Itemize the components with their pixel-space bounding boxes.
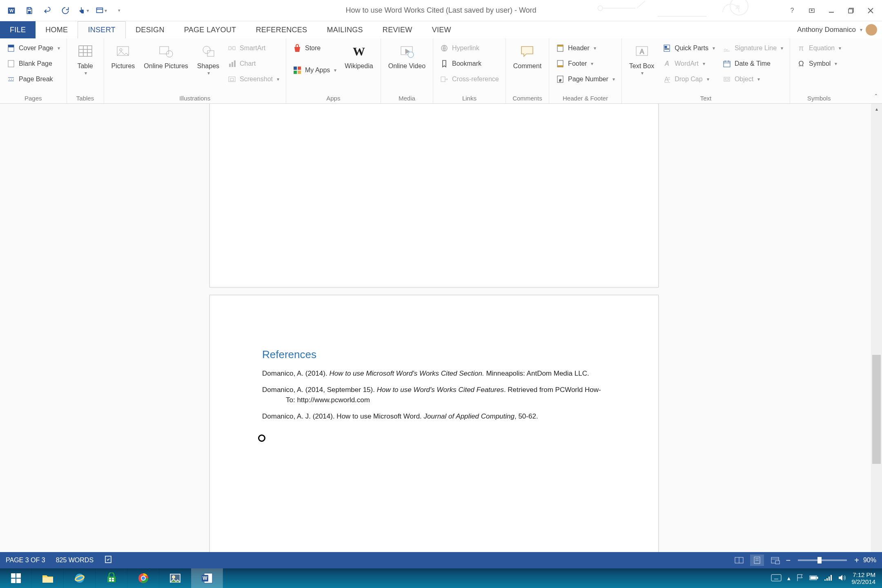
help-icon[interactable]: ? (784, 4, 800, 17)
tab-home[interactable]: HOME (36, 21, 78, 38)
collapse-ribbon-icon[interactable]: ˆ (875, 94, 877, 101)
undo-icon[interactable] (41, 4, 54, 17)
tray-up-icon[interactable]: ▴ (787, 575, 791, 582)
zoom-slider[interactable] (798, 559, 847, 561)
spell-check-icon[interactable] (104, 555, 113, 566)
online-video-button[interactable]: Online Video (385, 41, 429, 72)
svg-rect-99 (811, 577, 816, 579)
zoom-level[interactable]: 90% (863, 557, 876, 564)
cursor-marker (258, 434, 265, 442)
cross-reference-button[interactable]: Cross-reference (437, 72, 501, 87)
word-icon[interactable]: W (5, 4, 18, 17)
screenshot-label: Screenshot (240, 76, 273, 83)
start-button[interactable] (0, 568, 32, 588)
word-taskbar-icon[interactable]: W (191, 568, 223, 588)
screenshot-button[interactable]: Screenshot▾ (225, 72, 282, 87)
window-layout-icon[interactable]: ▾ (95, 4, 108, 17)
ribbon-display-icon[interactable] (804, 4, 820, 17)
read-mode-icon[interactable] (732, 555, 746, 566)
tab-page-layout[interactable]: PAGE LAYOUT (174, 21, 246, 38)
shapes-icon (199, 42, 217, 60)
page-indicator[interactable]: PAGE 3 OF 3 (6, 557, 45, 564)
svg-rect-28 (229, 47, 231, 50)
my-apps-button[interactable]: My Apps▾ (290, 63, 339, 78)
comment-button[interactable]: Comment (510, 41, 545, 72)
clock[interactable]: 7:12 PM 9/2/2014 (852, 571, 875, 586)
footer-button[interactable]: Footer▾ (553, 56, 617, 71)
tab-view[interactable]: VIEW (422, 21, 461, 38)
volume-icon[interactable] (838, 574, 846, 583)
web-layout-icon[interactable] (768, 555, 782, 566)
user-account[interactable]: Anthony Domanico▾ (797, 21, 877, 38)
hyperlink-button[interactable]: Hyperlink (437, 41, 501, 56)
flag-icon[interactable] (796, 574, 804, 583)
chrome-icon[interactable] (127, 568, 159, 588)
bookmark-icon (440, 59, 449, 68)
page-number-button[interactable]: #Page Number▾ (553, 72, 617, 87)
equation-label: Equation (809, 45, 835, 52)
tab-file[interactable]: FILE (0, 21, 36, 38)
keyboard-icon[interactable] (771, 574, 782, 583)
word-count[interactable]: 825 WORDS (56, 557, 94, 564)
text-box-button[interactable]: AText Box▾ (626, 41, 657, 78)
table-button[interactable]: Table▾ (71, 41, 100, 78)
shapes-label: Shapes (197, 62, 219, 70)
store-button[interactable]: Store (290, 41, 339, 56)
ribbon: Cover Page▾ Blank Page Page Break Pages … (0, 38, 882, 104)
object-button[interactable]: Object▾ (720, 72, 786, 87)
vertical-scrollbar[interactable]: ▴ ▾ (871, 104, 882, 562)
zoom-out-icon[interactable]: − (786, 556, 791, 565)
file-explorer-icon[interactable] (32, 568, 64, 588)
tab-mailings[interactable]: MAILINGS (317, 21, 372, 38)
scroll-track[interactable] (871, 114, 882, 551)
online-pictures-button[interactable]: Online Pictures (140, 41, 192, 72)
page-break-button[interactable]: Page Break (4, 72, 62, 87)
object-icon (722, 75, 731, 84)
print-layout-icon[interactable] (750, 555, 764, 566)
wikipedia-button[interactable]: WWikipedia (341, 41, 376, 72)
tab-insert[interactable]: INSERT (78, 21, 125, 38)
header-button[interactable]: Header▾ (553, 41, 617, 56)
customize-qat-icon[interactable]: ▾ (113, 4, 126, 17)
equation-button[interactable]: πEquation▾ (794, 41, 844, 56)
ref-author: Domanico, A. J. (2014). How to use Micro… (262, 412, 424, 420)
cover-page-button[interactable]: Cover Page▾ (4, 41, 62, 56)
touch-mode-icon[interactable]: ▾ (77, 4, 90, 17)
network-icon[interactable] (824, 575, 832, 582)
bookmark-button[interactable]: Bookmark (437, 56, 501, 71)
drop-cap-button[interactable]: ADrop Cap▾ (660, 72, 717, 87)
tab-design[interactable]: DESIGN (126, 21, 174, 38)
blank-page-button[interactable]: Blank Page (4, 56, 62, 71)
scroll-thumb[interactable] (872, 355, 881, 464)
svg-point-26 (203, 46, 210, 53)
wordart-button[interactable]: AWordArt▾ (660, 56, 717, 71)
quick-parts-button[interactable]: Quick Parts▾ (660, 41, 717, 56)
svg-rect-37 (298, 67, 301, 70)
close-icon[interactable] (862, 4, 879, 17)
battery-icon[interactable] (809, 575, 818, 582)
restore-icon[interactable] (843, 4, 859, 17)
scroll-up-icon[interactable]: ▴ (871, 104, 882, 114)
shapes-button[interactable]: Shapes▾ (194, 41, 223, 78)
wikipedia-label: Wikipedia (345, 62, 373, 70)
tab-review[interactable]: REVIEW (373, 21, 422, 38)
windows-store-icon[interactable] (96, 568, 127, 588)
zoom-in-icon[interactable]: + (854, 556, 859, 565)
minimize-icon[interactable] (823, 4, 840, 17)
pictures-button[interactable]: Pictures (108, 41, 138, 72)
chart-button[interactable]: Chart (225, 56, 282, 71)
photos-icon[interactable] (159, 568, 191, 588)
symbol-button[interactable]: ΩSymbol▾ (794, 56, 844, 71)
tab-references[interactable]: REFERENCES (246, 21, 317, 38)
save-icon[interactable] (23, 4, 36, 17)
pictures-icon (114, 42, 132, 60)
date-time-button[interactable]: Date & Time (720, 56, 786, 71)
signature-line-button[interactable]: Signature Line▾ (720, 41, 786, 56)
internet-explorer-icon[interactable] (64, 568, 96, 588)
smartart-button[interactable]: SmartArt (225, 41, 282, 56)
redo-icon[interactable] (59, 4, 72, 17)
zoom-slider-thumb[interactable] (817, 557, 822, 564)
title-bar: W ▾ ▾ ▾ How to use Word Works Cited (Las… (0, 0, 882, 21)
text-box-icon: A (633, 42, 651, 60)
document-canvas[interactable]: References Domanico, A. (2014). How to u… (0, 104, 871, 562)
